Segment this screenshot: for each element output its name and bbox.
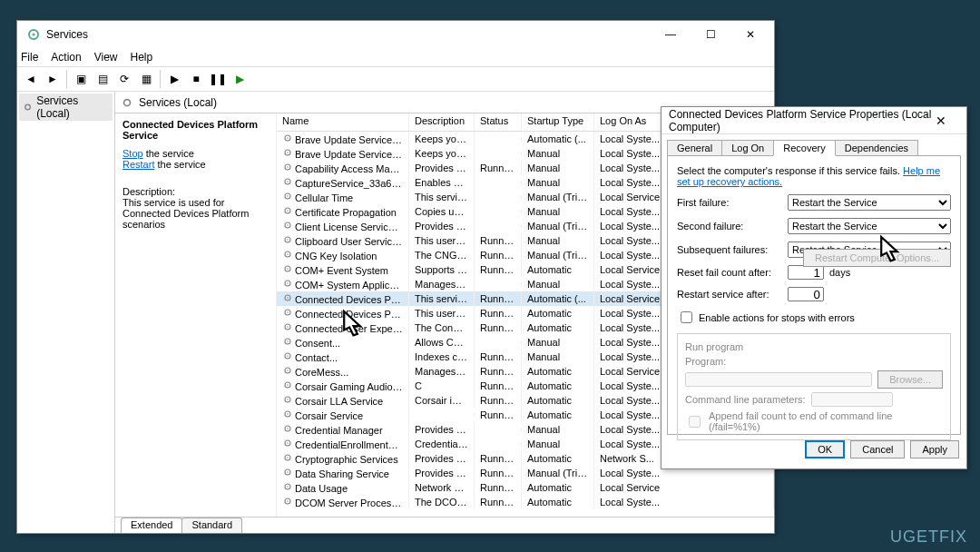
- browse-button: Browse...: [877, 370, 943, 389]
- ok-button[interactable]: OK: [805, 440, 845, 458]
- window-title: Services: [46, 28, 651, 41]
- tree-panel: Services (Local): [17, 92, 115, 533]
- append-checkbox: [689, 416, 701, 428]
- menubar: File Action View Help: [17, 48, 774, 66]
- svg-point-33: [287, 340, 289, 342]
- gear-icon: [23, 102, 33, 113]
- restart-computer-options-button[interactable]: Restart Computer Options...: [803, 249, 951, 267]
- pause-button[interactable]: ❚❚: [208, 69, 228, 89]
- svg-point-47: [287, 442, 289, 444]
- col-description[interactable]: Description: [409, 113, 475, 131]
- program-label: Program:: [685, 356, 726, 367]
- svg-point-49: [287, 457, 289, 458]
- svg-point-2: [25, 104, 31, 110]
- svg-point-39: [287, 384, 289, 386]
- svg-point-31: [287, 326, 289, 328]
- show-hide-button[interactable]: ▣: [71, 69, 91, 89]
- service-row[interactable]: DCOM Server Process Laun...The DCOML...R…: [277, 495, 774, 509]
- reset-count-input[interactable]: [788, 265, 824, 280]
- description-label: Description:: [122, 186, 269, 197]
- svg-point-55: [287, 500, 289, 502]
- content-title: Services (Local): [139, 96, 217, 109]
- tab-recovery[interactable]: Recovery: [773, 140, 835, 156]
- subsequent-failures-label: Subsequent failures:: [677, 244, 788, 255]
- second-failure-select[interactable]: Restart the Service: [788, 218, 951, 234]
- gear-icon: [282, 438, 293, 448]
- svg-point-35: [287, 355, 289, 357]
- dialog-tabs: General Log On Recovery Dependencies: [662, 134, 966, 156]
- export-button[interactable]: ▤: [93, 69, 113, 89]
- refresh-button[interactable]: ⟳: [114, 69, 134, 89]
- gear-icon: [282, 176, 293, 187]
- gear-icon: [282, 394, 293, 405]
- tree-root[interactable]: Services (Local): [19, 94, 113, 121]
- titlebar[interactable]: Services — ☐ ✕: [17, 21, 774, 48]
- cmdline-input: [811, 392, 893, 407]
- gear-icon: [282, 481, 293, 492]
- stop-link[interactable]: Stop: [122, 148, 143, 159]
- menu-help[interactable]: Help: [131, 51, 153, 64]
- apply-button[interactable]: Apply: [910, 440, 959, 458]
- close-button[interactable]: ✕: [730, 21, 770, 48]
- properties-dialog: Connected Devices Platform Service Prope…: [661, 106, 967, 469]
- restart-button[interactable]: ▶: [230, 69, 250, 89]
- menu-action[interactable]: Action: [51, 51, 81, 64]
- cancel-button[interactable]: Cancel: [850, 440, 905, 458]
- gear-icon: [282, 205, 293, 216]
- svg-point-23: [287, 268, 289, 270]
- restart-link[interactable]: Restart: [122, 159, 154, 170]
- gear-icon: [282, 220, 293, 231]
- tab-dependencies[interactable]: Dependencies: [835, 140, 918, 156]
- stop-button[interactable]: ■: [186, 69, 206, 89]
- tab-standard[interactable]: Standard: [181, 518, 242, 533]
- svg-point-25: [287, 282, 289, 284]
- svg-point-11: [287, 181, 289, 182]
- svg-point-17: [287, 224, 289, 226]
- gear-icon: [282, 350, 293, 361]
- svg-point-7: [287, 152, 289, 153]
- tab-logon[interactable]: Log On: [721, 140, 774, 156]
- svg-point-29: [287, 311, 289, 313]
- bottom-tabs: Extended Standard: [115, 517, 774, 533]
- svg-point-53: [287, 486, 289, 488]
- gear-icon: [282, 321, 293, 332]
- gear-icon: [282, 133, 293, 143]
- col-name[interactable]: Name: [277, 113, 409, 131]
- svg-point-21: [287, 253, 289, 255]
- maximize-button[interactable]: ☐: [691, 21, 730, 48]
- dialog-close-button[interactable]: ✕: [936, 113, 963, 128]
- gear-icon: [282, 234, 293, 245]
- start-button[interactable]: ▶: [164, 69, 184, 89]
- minimize-button[interactable]: —: [651, 21, 691, 48]
- dialog-title: Connected Devices Platform Service Prope…: [669, 108, 936, 133]
- gear-icon: [282, 409, 293, 419]
- gear-icon: [282, 336, 293, 347]
- program-input: [685, 372, 872, 387]
- gear-icon: [282, 423, 293, 434]
- menu-view[interactable]: View: [94, 51, 118, 64]
- restart-after-input[interactable]: [788, 287, 824, 301]
- enable-actions-label: Enable actions for stops with errors: [699, 312, 855, 323]
- col-startup[interactable]: Startup Type: [522, 113, 594, 131]
- properties-button[interactable]: ▦: [136, 69, 156, 89]
- group-legend: Run program: [685, 341, 743, 352]
- reset-count-label: Reset fail count after:: [677, 267, 788, 278]
- gear-icon: [282, 263, 293, 274]
- selected-service-name: Connected Devices Platform Service: [122, 119, 269, 141]
- tab-extended[interactable]: Extended: [121, 518, 182, 533]
- svg-point-13: [287, 195, 289, 197]
- col-status[interactable]: Status: [475, 113, 522, 131]
- tab-general[interactable]: General: [667, 140, 722, 156]
- forward-button[interactable]: ►: [43, 69, 63, 89]
- dialog-titlebar[interactable]: Connected Devices Platform Service Prope…: [662, 107, 966, 134]
- first-failure-select[interactable]: Restart the Service: [788, 194, 951, 211]
- enable-actions-checkbox[interactable]: [681, 311, 692, 323]
- svg-point-19: [287, 239, 289, 241]
- append-label: Append fail count to end of command line…: [709, 410, 943, 432]
- menu-file[interactable]: File: [21, 51, 38, 64]
- gear-icon: [282, 365, 293, 376]
- gear-icon: [282, 292, 293, 303]
- service-row[interactable]: Data UsageNetwork da...RunningAutomaticL…: [277, 480, 774, 495]
- run-program-group: Run program Program: Browse... Command l…: [677, 333, 951, 440]
- back-button[interactable]: ◄: [21, 69, 41, 89]
